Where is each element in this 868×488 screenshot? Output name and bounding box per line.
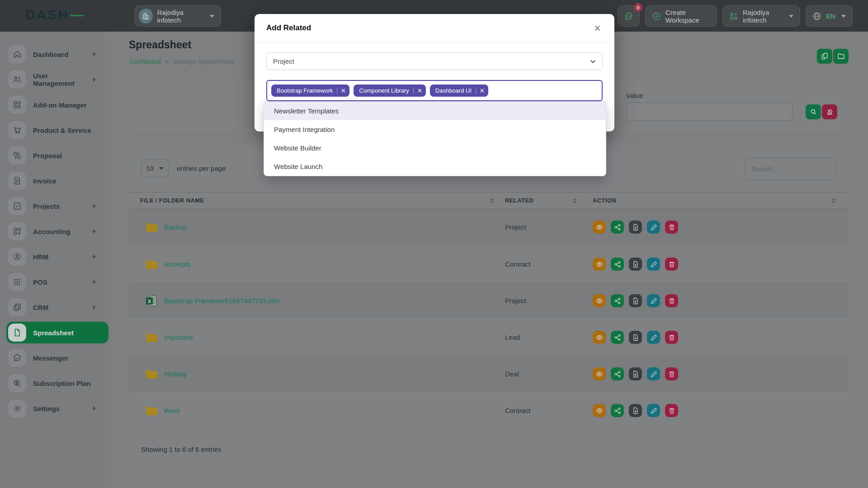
file-link[interactable]: Important (164, 333, 193, 341)
folder-icon (146, 332, 158, 343)
related-type-select[interactable]: Project (266, 52, 603, 70)
view-button[interactable] (593, 294, 606, 307)
file-link[interactable]: Receipts (164, 260, 190, 268)
column-header-file-folder-name[interactable]: FILE / FOLDER NAME (140, 197, 494, 204)
table-row: Receipts Contract (129, 245, 848, 282)
workspace-switcher[interactable]: Rajodiya infotech (135, 5, 221, 27)
sidebar-item-pos[interactable]: POS (6, 271, 100, 293)
tag-remove-button[interactable] (476, 87, 484, 94)
folder-button[interactable] (833, 49, 849, 64)
dropdown-option[interactable]: Newsletter Templates (264, 102, 606, 120)
convert-button[interactable] (629, 221, 642, 234)
column-label: ACTION (593, 197, 616, 204)
view-button[interactable] (593, 367, 606, 380)
search-dollar-icon (8, 374, 26, 392)
share-button[interactable] (611, 331, 624, 344)
convert-button[interactable] (629, 367, 642, 380)
tag-remove-button[interactable] (413, 87, 422, 94)
view-button[interactable] (593, 221, 606, 234)
file-link[interactable]: Work (164, 407, 180, 414)
value-input[interactable] (626, 103, 793, 121)
delete-button[interactable] (665, 258, 678, 271)
sidebar-item-label: User Management (33, 72, 86, 87)
sidebar-item-accounting[interactable]: Accounting (6, 221, 100, 242)
sort-icon[interactable] (573, 198, 576, 203)
file-link[interactable]: Bootstrap Framework1697447793.xlsx (164, 297, 280, 305)
column-header-action[interactable]: ACTION (593, 197, 835, 204)
view-button[interactable] (593, 404, 606, 417)
share-button[interactable] (611, 367, 624, 380)
sidebar-item-crm[interactable]: CRM (6, 296, 100, 318)
sidebar-item-spreadsheet[interactable]: Spreadsheet (6, 322, 108, 343)
dots-grid-icon (8, 273, 26, 291)
sort-icon[interactable] (491, 198, 494, 203)
logo[interactable]: DASH — (25, 7, 85, 23)
close-icon (418, 89, 422, 93)
related-items-tag-input[interactable]: Bootstrap Framework Component Library Da… (266, 80, 603, 101)
edit-button[interactable] (647, 331, 660, 344)
trash-icon (668, 334, 675, 341)
pencil-icon (650, 407, 657, 414)
sort-icon[interactable] (832, 198, 835, 203)
convert-button[interactable] (629, 331, 642, 344)
column-label: RELATED (505, 197, 533, 204)
edit-button[interactable] (647, 367, 660, 380)
share-button[interactable] (611, 221, 624, 234)
dropdown-option[interactable]: Payment Integration (264, 120, 606, 139)
gear-icon (8, 399, 26, 418)
modal-close-button[interactable] (592, 23, 603, 33)
view-button[interactable] (593, 331, 606, 344)
folder-icon (146, 222, 158, 232)
delete-button[interactable] (665, 331, 678, 344)
delete-button[interactable] (665, 294, 678, 307)
create-workspace-button[interactable]: Create Workspace (645, 5, 717, 27)
company-menu[interactable]: Rajodiya infotech (722, 5, 800, 27)
messages-button[interactable]: 0 (618, 5, 640, 27)
delete-button[interactable] (665, 404, 678, 417)
share-button[interactable] (611, 294, 624, 307)
convert-button[interactable] (629, 294, 642, 307)
sidebar-item-projects[interactable]: Projects (6, 195, 100, 217)
folder-icon (146, 405, 158, 416)
file-link[interactable]: Backup (164, 223, 187, 231)
copy-link-button[interactable] (817, 49, 832, 64)
filter-search-button[interactable] (806, 104, 821, 119)
chevron-right-icon (93, 52, 96, 56)
sidebar-item-messenger[interactable]: Messenger (6, 347, 100, 369)
tag-remove-button[interactable] (337, 87, 345, 94)
sidebar-item-settings[interactable]: Settings (6, 398, 100, 419)
filter-reset-button[interactable] (822, 104, 837, 119)
sidebar-item-user-management[interactable]: User Management (6, 69, 100, 90)
column-header-related[interactable]: RELATED (505, 197, 576, 204)
delete-button[interactable] (665, 367, 678, 380)
convert-button[interactable] (629, 258, 642, 271)
sidebar-item-hrm[interactable]: HRM (6, 246, 100, 267)
edit-button[interactable] (647, 258, 660, 271)
sidebar-item-label: Accounting (33, 228, 86, 235)
share-button[interactable] (611, 404, 624, 417)
convert-button[interactable] (629, 404, 642, 417)
edit-button[interactable] (647, 221, 660, 234)
sidebar-item-label: HRM (33, 253, 86, 261)
search-icon (810, 108, 817, 115)
sidebar-item-subscription-plan[interactable]: Subscription Plan (6, 372, 100, 394)
table-row: X Bootstrap Framework1697447793.xlsx Pro… (129, 282, 848, 319)
edit-button[interactable] (647, 294, 660, 307)
sidebar-item-invoice[interactable]: Invoice (6, 170, 100, 192)
dropdown-option[interactable]: Website Builder (264, 139, 606, 157)
related-value: Lead (505, 319, 520, 356)
breadcrumb-dashboard-link[interactable]: Dashboard (130, 58, 161, 65)
sidebar-item-dashboard[interactable]: Dashboard (6, 43, 100, 65)
sidebar-item-proposal[interactable]: Proposal (6, 145, 100, 166)
file-link[interactable]: Holiday (164, 370, 187, 378)
entries-per-page-select[interactable]: 10 (141, 160, 169, 177)
view-button[interactable] (593, 258, 606, 271)
language-selector[interactable]: EN (806, 5, 853, 27)
sidebar-item-product-service[interactable]: Product & Service (6, 119, 100, 141)
sidebar-item-addon-manager[interactable]: Add-on Manager (6, 94, 100, 116)
edit-button[interactable] (647, 404, 660, 417)
dropdown-option[interactable]: Website Launch (264, 157, 606, 176)
share-button[interactable] (611, 258, 624, 271)
delete-button[interactable] (665, 221, 678, 234)
table-search-input[interactable] (745, 158, 836, 180)
